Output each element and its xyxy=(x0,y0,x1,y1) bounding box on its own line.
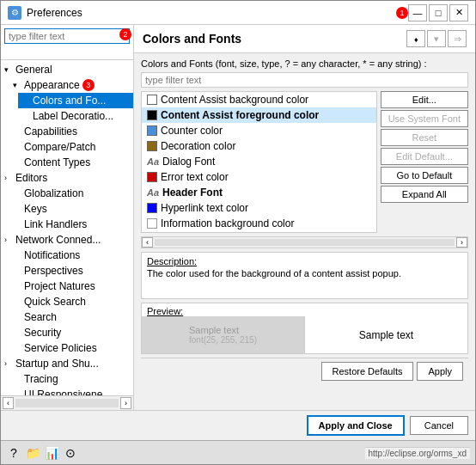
list-item[interactable]: Content Assist foreground color xyxy=(142,107,376,123)
settings-icon[interactable]: ⊙ xyxy=(63,445,78,461)
sidebar-item-editors[interactable]: › Editors xyxy=(1,170,133,186)
description-label: Description: xyxy=(147,256,462,266)
sidebar-item-label: UI Responsivene... xyxy=(24,389,111,395)
sidebar-item-label: Startup and Shu... xyxy=(15,358,99,370)
sidebar-item-security[interactable]: Security xyxy=(9,325,133,340)
color-swatch xyxy=(147,95,157,105)
help-icon[interactable]: ? xyxy=(6,445,21,461)
sidebar-item-quick-search[interactable]: Quick Search xyxy=(9,294,133,309)
font-list-container: Content Assist background color Content … xyxy=(141,91,468,233)
sidebar-item-colors-fonts[interactable]: Colors and Fo... xyxy=(18,93,133,108)
sidebar-item-notifications[interactable]: Notifications xyxy=(9,248,133,263)
sidebar-item-label: Capabilities xyxy=(24,125,77,138)
panel-body: Colors and Fonts (font, size, type, ? = … xyxy=(134,53,475,410)
sidebar-filter: 2 xyxy=(1,25,133,60)
list-item-label: Content Assist foreground color xyxy=(161,109,319,121)
sidebar-item-search[interactable]: Search xyxy=(9,309,133,325)
scroll-right-button[interactable]: › xyxy=(456,237,467,248)
cancel-button[interactable]: Cancel xyxy=(410,416,468,435)
close-button[interactable]: ✕ xyxy=(449,4,468,21)
nav-forward-back-button[interactable]: ▾ xyxy=(427,30,446,47)
expand-arrow-startup: › xyxy=(4,359,13,368)
list-item-label: Hyperlink text color xyxy=(161,202,248,214)
sidebar-filter-input[interactable] xyxy=(4,28,130,44)
list-item-label: Decoration color xyxy=(161,140,235,152)
sidebar-item-perspectives[interactable]: Perspectives xyxy=(9,263,133,278)
list-item[interactable]: Decoration color xyxy=(142,138,376,154)
sidebar-item-keys[interactable]: Keys xyxy=(9,201,133,217)
description-text: The color used for the background of a c… xyxy=(147,268,462,278)
nav-back-button[interactable]: ⬧ xyxy=(406,30,425,47)
expand-arrow-appearance: ▾ xyxy=(13,81,21,89)
list-item[interactable]: Counter color xyxy=(142,123,376,138)
list-item-label: Dialog Font xyxy=(162,156,215,168)
list-item[interactable]: Aa Dialog Font xyxy=(142,154,376,169)
sidebar-item-label: Security xyxy=(24,327,61,339)
list-item[interactable]: Content Assist background color xyxy=(142,92,376,107)
sidebar-item-label: Network Conned... xyxy=(15,234,101,246)
sidebar-item-label: Colors and Fo... xyxy=(33,95,106,107)
sidebar-item-label: Compare/Patch xyxy=(24,141,95,153)
sidebar-item-appearance[interactable]: ▾ Appearance 3 xyxy=(9,77,133,93)
sidebar-item-service-policies[interactable]: Service Policies xyxy=(9,340,133,356)
font-list: Content Assist background color Content … xyxy=(141,91,377,233)
sidebar: 2 ▾ General ▾ Appearance 3 Colo xyxy=(1,25,134,410)
sidebar-item-link-handlers[interactable]: Link Handlers xyxy=(9,217,133,232)
use-system-font-button[interactable]: Use System Font xyxy=(381,110,468,127)
color-swatch xyxy=(147,110,157,120)
sidebar-item-ui-responsiveness[interactable]: UI Responsivene... xyxy=(9,387,133,395)
panel-filter-input[interactable] xyxy=(141,72,468,88)
preview-left: Sample text font(25, 255, 215) xyxy=(142,316,305,353)
sidebar-item-capabilities[interactable]: Capabilities xyxy=(9,124,133,139)
window-controls: — □ ✕ xyxy=(408,4,468,21)
list-item[interactable]: Error text color xyxy=(142,169,376,185)
nav-forward-button[interactable]: ⇒ xyxy=(448,30,467,47)
scroll-left-button[interactable]: ‹ xyxy=(142,237,153,248)
list-item[interactable]: Aa Header Font xyxy=(142,185,376,200)
right-panel: Colors and Fonts ⬧ ▾ ⇒ Colors and Fonts … xyxy=(134,25,475,410)
sidebar-item-startup[interactable]: › Startup and Shu... xyxy=(1,356,133,371)
sidebar-item-network-connected[interactable]: › Network Conned... xyxy=(1,232,133,248)
apply-and-close-button[interactable]: Apply and Close xyxy=(307,415,405,436)
edit-button[interactable]: Edit... xyxy=(381,91,468,108)
list-item-label: Header Font xyxy=(162,187,223,199)
sidebar-item-content-types[interactable]: Content Types xyxy=(9,155,133,170)
sidebar-scroll-right[interactable]: › xyxy=(120,397,131,409)
list-item[interactable]: Hyperlink text color xyxy=(142,200,376,216)
main-content: 2 ▾ General ▾ Appearance 3 Colo xyxy=(1,25,475,410)
color-swatch xyxy=(147,141,157,151)
list-scrollbar: ‹ › xyxy=(141,236,468,248)
sidebar-item-label-decorations[interactable]: Label Decoratio... xyxy=(18,108,133,124)
action-buttons: Edit... Use System Font Reset Edit Defau… xyxy=(381,91,468,233)
sidebar-item-compare-patch[interactable]: Compare/Patch xyxy=(9,139,133,155)
expand-arrow-network: › xyxy=(4,236,13,244)
window-title: Preferences xyxy=(27,7,394,19)
folder-icon[interactable]: 📁 xyxy=(25,445,40,461)
reset-button[interactable]: Reset xyxy=(381,129,468,146)
go-to-default-button[interactable]: Go to Default xyxy=(381,167,468,184)
panel-nav: ⬧ ▾ ⇒ xyxy=(406,30,467,47)
sidebar-item-label: Editors xyxy=(15,172,47,184)
list-item-label: Information background color xyxy=(161,217,294,229)
apply-button[interactable]: Apply xyxy=(417,362,463,381)
sidebar-item-label: Quick Search xyxy=(24,296,86,308)
font-type-icon: Aa xyxy=(147,156,159,167)
preview-section: Preview: Sample text font(25, 255, 215) … xyxy=(141,303,468,354)
sidebar-item-label: Service Policies xyxy=(24,342,97,354)
chart-icon[interactable]: 📊 xyxy=(44,445,59,461)
list-item-label: Content Assist background color xyxy=(161,94,308,106)
sidebar-item-globalization[interactable]: Globalization xyxy=(9,186,133,201)
restore-defaults-button[interactable]: Restore Defaults xyxy=(321,362,414,381)
sidebar-item-tracing[interactable]: Tracing xyxy=(9,371,133,387)
list-item[interactable]: Information background color xyxy=(142,216,376,231)
color-swatch xyxy=(147,218,157,229)
expand-all-button[interactable]: Expand All xyxy=(381,186,468,203)
color-swatch xyxy=(147,203,157,213)
sidebar-item-general[interactable]: ▾ General xyxy=(1,62,133,77)
edit-default-button[interactable]: Edit Default... xyxy=(381,148,468,165)
maximize-button[interactable]: □ xyxy=(429,4,448,21)
sidebar-item-label: Label Decoratio... xyxy=(33,110,113,122)
sidebar-item-project-natures[interactable]: Project Natures xyxy=(9,278,133,294)
minimize-button[interactable]: — xyxy=(408,4,427,21)
sidebar-scroll-left[interactable]: ‹ xyxy=(3,397,14,409)
